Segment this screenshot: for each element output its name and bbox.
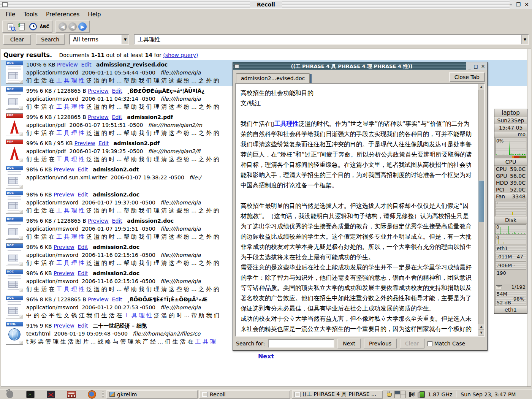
prev-page-icon[interactable]: ◀ <box>59 22 67 31</box>
battery-icon[interactable] <box>420 391 425 398</box>
preview-link[interactable]: Preview <box>74 140 95 146</box>
preview-tab[interactable]: admission2...evised.doc <box>236 73 310 83</box>
edit-link[interactable]: Edit <box>112 114 122 120</box>
checkbox-icon[interactable] <box>428 341 432 346</box>
preview-link[interactable]: Preview <box>54 166 74 173</box>
scrollbar-thumb[interactable] <box>478 180 484 222</box>
search-button[interactable]: Search <box>36 34 65 45</box>
gnome-foot-icon[interactable] <box>5 390 14 399</box>
result-percent: 98% <box>26 244 38 250</box>
preview-link[interactable]: Preview <box>54 192 74 198</box>
typewriter-icon[interactable] <box>67 390 76 399</box>
preview-titlebar[interactable]: ((工 PHRASE 4 具 PHRASE 4 理 PHRASE 4 性)) _… <box>233 62 487 70</box>
advanced-search-icon[interactable] <box>5 22 15 31</box>
result-mime: text/html <box>26 331 51 337</box>
history-icon[interactable] <box>28 22 38 31</box>
result-snippet: t 彩 票 管 理 生 活 图 片 ... 战 略 与 管 理 地 产 经 ..… <box>26 338 216 346</box>
preview-link[interactable]: Preview <box>88 114 109 120</box>
edit-link[interactable]: Edit <box>112 218 122 224</box>
menu-file[interactable]: File <box>2 10 19 19</box>
time-label: 15:47 05 <box>494 124 527 131</box>
close-icon[interactable]: ✕ <box>524 2 529 7</box>
system-tray: 1.87 GHz <box>387 391 452 398</box>
search-mode-select[interactable]: All terms ▼ <box>69 34 129 45</box>
restore-icon[interactable]: ❐ <box>516 2 521 7</box>
search-bar: Clear Search All terms ▼ 工具理性 ▼ <box>0 33 532 46</box>
result-snippet: 们 生 活 在 工 具 理 性 泛 滥 的 时 ... 帮 助 我 们 理 清 … <box>26 103 219 111</box>
preview-link[interactable]: Preview <box>88 218 109 224</box>
file-type-icon: DOC <box>3 191 26 215</box>
preview-link[interactable]: Preview <box>54 270 74 276</box>
volume-icon[interactable] <box>410 392 413 397</box>
preview-link[interactable]: Preview <box>88 296 109 302</box>
xkill-icon[interactable] <box>46 390 55 399</box>
scroll-up-icon[interactable]: ▲ <box>478 84 484 90</box>
query-combobox[interactable]: 工具理性 ▼ <box>134 34 529 45</box>
result-snippet: 们 生 活 在 工 具 理 性 泛 滥 的 时 ... 帮 助 我 们 理 清 … <box>26 129 219 137</box>
edit-link[interactable]: Edit <box>78 270 88 276</box>
result-percent: 98% <box>26 166 38 173</box>
find-next-button[interactable]: Next <box>337 339 361 348</box>
preview-link[interactable]: Preview <box>54 323 74 329</box>
find-previous-button[interactable]: Previous <box>364 339 397 348</box>
sort-params-icon[interactable]: ⇕ <box>17 22 27 31</box>
edit-link[interactable]: Edit <box>78 244 88 250</box>
result-url: file:///home/qia <box>160 70 201 76</box>
show-query-link[interactable]: (show query) <box>163 52 198 58</box>
next-page-link[interactable]: Next <box>258 353 274 360</box>
taskbar-handle[interactable] <box>102 391 104 398</box>
close-tab-button[interactable]: Close Tab <box>449 72 485 82</box>
workspace-pager[interactable] <box>394 391 406 398</box>
scroll-down-icon[interactable]: ▼ <box>478 330 484 336</box>
taskbar-clock[interactable]: Sun Sep 23, 3:47 PM <box>456 391 519 397</box>
firefox-icon[interactable] <box>87 390 97 399</box>
edit-link[interactable]: Edit <box>78 166 88 173</box>
preview-scrollbar[interactable]: ▲ ▲ ▼ <box>478 84 484 336</box>
scroll-up-icon[interactable]: ▲ <box>478 324 484 330</box>
task-button-recoll[interactable]: Recoll <box>199 390 290 399</box>
preview-window[interactable]: ((工 PHRASE 4 具 PHRASE 4 理 PHRASE 4 性)) _… <box>233 62 488 351</box>
result-percent: 96% <box>26 296 38 302</box>
file-band-label: HTML <box>6 322 23 326</box>
edit-link[interactable]: Edit <box>112 296 122 302</box>
menu-preferences[interactable]: Preferences <box>43 10 83 19</box>
power-plug-icon[interactable] <box>387 391 391 397</box>
task-button-preview[interactable]: ((工 PHRASE 4 具 PHRASE ... <box>292 390 383 399</box>
task-button-gkrellm[interactable]: gkrellm <box>106 390 198 399</box>
doc-paragraph-2: 高校招生最明显的目的当然是选拔人才。但这选拔人才的目标却不仅仅是人们假定“因材施… <box>241 201 473 336</box>
find-clear-button[interactable]: Clear <box>400 339 424 348</box>
edit-link[interactable]: Edit <box>78 192 88 198</box>
menu-help[interactable]: Help <box>84 10 104 19</box>
next-page-icon[interactable]: ▶ <box>78 22 87 31</box>
menu-tools[interactable]: Tools <box>20 10 41 19</box>
chevron-down-icon[interactable]: ▼ <box>521 35 528 44</box>
edit-link[interactable]: Edit <box>98 140 109 146</box>
mail-row[interactable]: 1/192 <box>494 284 527 290</box>
preview-link[interactable]: Preview <box>88 88 109 94</box>
edit-link[interactable]: Edit <box>112 88 122 94</box>
main-window-titlebar[interactable]: Recoll – ❐ ✕ <box>0 0 532 9</box>
preview-link[interactable]: Preview <box>57 62 78 68</box>
chevron-down-icon[interactable]: ▼ <box>122 35 128 44</box>
term-explorer-icon[interactable]: ÅBĈ <box>40 22 49 31</box>
result-filename: admission2.odt <box>93 166 139 173</box>
preview-link[interactable]: Preview <box>54 244 74 250</box>
clear-button[interactable]: Clear <box>3 34 31 45</box>
minimize-icon[interactable]: – <box>510 2 512 7</box>
find-input[interactable] <box>268 339 334 348</box>
close-icon[interactable]: ✕ <box>481 64 485 69</box>
gkrellm-monitor[interactable]: laptop Sun23Sep 15:47 05 mo 0% CPU CPU59… <box>494 109 527 314</box>
edit-link[interactable]: Edit <box>78 323 88 329</box>
net-tx-row: .906M - 190 <box>495 261 526 270</box>
result-date: 2006-11-16 02:15:16 -0500 <box>82 252 155 258</box>
terminal-icon[interactable]: >_ <box>26 390 35 399</box>
preview-document-text[interactable]: 高校招生的社会功能和目的 文/钱江 我们生活在▯工具理性泛滥的时代。作为“世之显… <box>236 84 478 336</box>
query-input[interactable]: 工具理性 <box>135 36 521 43</box>
results-scrollbar[interactable] <box>527 49 531 386</box>
match-case-checkbox[interactable]: Match Case <box>428 340 465 347</box>
prev-result-icon[interactable]: ◀ <box>68 22 77 31</box>
edit-link[interactable]: Edit <box>81 62 92 68</box>
maximize-icon[interactable]: □ <box>474 64 478 69</box>
file-band-label: DOC <box>6 244 23 248</box>
iface-bottom-label: eth1 <box>494 306 527 314</box>
